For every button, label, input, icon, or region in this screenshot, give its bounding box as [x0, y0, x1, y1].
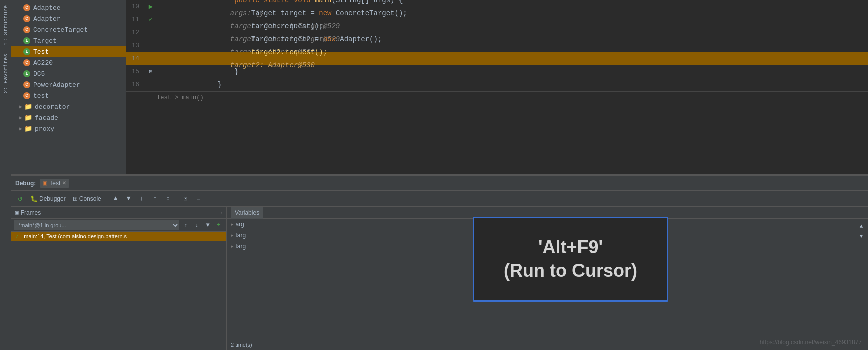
debug-panel: Debug: ▣ Test ✕ ↺ 🐛 Debugger ⊞ Console: [11, 174, 868, 350]
debug-toolbar: ↺ 🐛 Debugger ⊞ Console ▲ ▼ ↓ ↑ ↕ ⊡ ≡: [11, 191, 868, 207]
run-cursor-btn[interactable]: ↑: [149, 193, 161, 205]
class-icon: C: [23, 15, 30, 22]
folder-facade[interactable]: ▶ 📁 facade: [11, 112, 126, 123]
var-name: targ: [235, 232, 246, 239]
step-over-btn[interactable]: ▲: [110, 193, 122, 205]
code-editor: 10 ▶ public static void main(String[] ar…: [126, 0, 868, 174]
var-name: targ: [235, 243, 246, 250]
folder-proxy[interactable]: ▶ 📁 proxy: [11, 123, 126, 134]
more-btn[interactable]: ≡: [193, 193, 205, 205]
console-icon: ⊞: [73, 195, 78, 202]
thread-add-btn[interactable]: +: [214, 221, 223, 230]
variables-tab[interactable]: Variables: [231, 207, 263, 219]
thread-select[interactable]: *main*@1 in grou...: [14, 220, 179, 230]
tooltip-overlay: 'Alt+F9' (Run to Cursor): [473, 217, 668, 302]
debug-content: ▣ Frames → *main*@1 in grou... ↑ ↓ ▼ +: [11, 207, 868, 350]
tooltip-line1: 'Alt+F9': [538, 236, 603, 259]
restart-btn[interactable]: ↺: [14, 193, 26, 205]
class-icon: C: [23, 92, 30, 99]
expand-icon: ▶: [231, 244, 233, 249]
step-into-btn[interactable]: ▼: [123, 193, 135, 205]
sidebar-item-adaptee[interactable]: C Adaptee: [11, 2, 126, 13]
var-name: arg: [235, 221, 244, 228]
sidebar-item-ac220[interactable]: C AC220: [11, 57, 126, 68]
scroll-up-btn[interactable]: ▲: [857, 222, 866, 231]
sidebar-item-test[interactable]: I Test: [11, 46, 126, 57]
sidebar-item-poweradapter[interactable]: C PowerAdapter: [11, 79, 126, 90]
thread-up-btn[interactable]: ↑: [181, 221, 190, 230]
folder-decorator[interactable]: ▶ 📁 decorator: [11, 101, 126, 112]
scroll-down-btn[interactable]: ▼: [857, 232, 866, 241]
expand-icon: ▶: [19, 115, 22, 121]
interface-icon: I: [23, 48, 30, 55]
code-line-16: 16 }: [126, 78, 868, 91]
thread-filter-btn[interactable]: ▼: [203, 221, 212, 230]
class-icon: C: [23, 4, 30, 11]
vtab-structure[interactable]: 1: Structure: [2, 3, 10, 47]
breakpoint-check-icon: ✓: [149, 13, 153, 26]
evaluate-btn[interactable]: ↕: [162, 193, 174, 205]
sidebar-item-dc5[interactable]: I DC5: [11, 68, 126, 79]
frames-header: ▣ Frames →: [11, 207, 226, 219]
debug-label: Debug:: [15, 180, 36, 187]
watches-btn[interactable]: ⊡: [180, 193, 192, 205]
frame-item-main14[interactable]: ✓ main:14, Test (com.aisino.design.patte…: [11, 232, 226, 241]
expand-icon: ▶: [231, 233, 233, 238]
sidebar-item-concretetarget[interactable]: C ConcreteTarget: [11, 24, 126, 35]
file-tree-sidebar: C Adaptee C Adapter C ConcreteTarget I T…: [11, 0, 126, 174]
class-icon: C: [23, 59, 30, 66]
variables-panel: Variables ▶ arg ▶ targ ▶ targ: [227, 207, 868, 350]
scroll-buttons: ▲ ▼: [857, 222, 866, 241]
debug-tab-test[interactable]: ▣ Test ✕: [40, 179, 69, 188]
toolbar-separator-2: [177, 194, 177, 203]
folder-icon: 📁: [24, 114, 32, 122]
toolbar-separator-1: [107, 194, 107, 203]
debugger-tab-btn[interactable]: 🐛 Debugger: [27, 193, 69, 205]
folder-icon: 📁: [24, 103, 32, 111]
sidebar-item-adapter[interactable]: C Adapter: [11, 13, 126, 24]
close-tab-icon[interactable]: ✕: [62, 180, 66, 186]
watermark: https://blog.csdn.net/weixin_46931877: [760, 339, 862, 346]
run-icon[interactable]: ▶: [149, 0, 153, 13]
thread-down-btn[interactable]: ↓: [192, 221, 201, 230]
vtab-favorites[interactable]: 2: Favorites: [2, 52, 10, 95]
debugger-icon: 🐛: [30, 195, 38, 202]
thread-selector-row: *main*@1 in grou... ↑ ↓ ▼ +: [11, 219, 226, 232]
expand-icon: ▶: [231, 222, 233, 227]
interface-icon: I: [23, 70, 30, 77]
check-icon: ✓: [15, 234, 19, 240]
tooltip-line2: (Run to Cursor): [504, 259, 637, 283]
class-icon: C: [23, 26, 30, 33]
interface-icon: I: [23, 37, 30, 44]
frames-folder-icon: ▣: [15, 209, 19, 216]
left-vtabs-panel: 1: Structure 2: Favorites: [0, 0, 11, 350]
console-tab-btn[interactable]: ⊞ Console: [70, 193, 104, 205]
tab-icon: ▣: [43, 180, 47, 186]
step-out-btn[interactable]: ↓: [136, 193, 148, 205]
expand-icon: ▶: [19, 104, 22, 110]
debug-header: Debug: ▣ Test ✕: [11, 176, 868, 191]
folder-icon: 📁: [24, 125, 32, 133]
collapse-icon: ⊟: [149, 65, 153, 78]
class-icon: C: [23, 81, 30, 88]
expand-icon: ▶: [19, 126, 22, 132]
frames-panel: ▣ Frames → *main*@1 in grou... ↑ ↓ ▼ +: [11, 207, 227, 350]
sidebar-item-target[interactable]: I Target: [11, 35, 126, 46]
pin-icon[interactable]: →: [219, 210, 222, 216]
sidebar-item-test-lower[interactable]: C test: [11, 90, 126, 101]
